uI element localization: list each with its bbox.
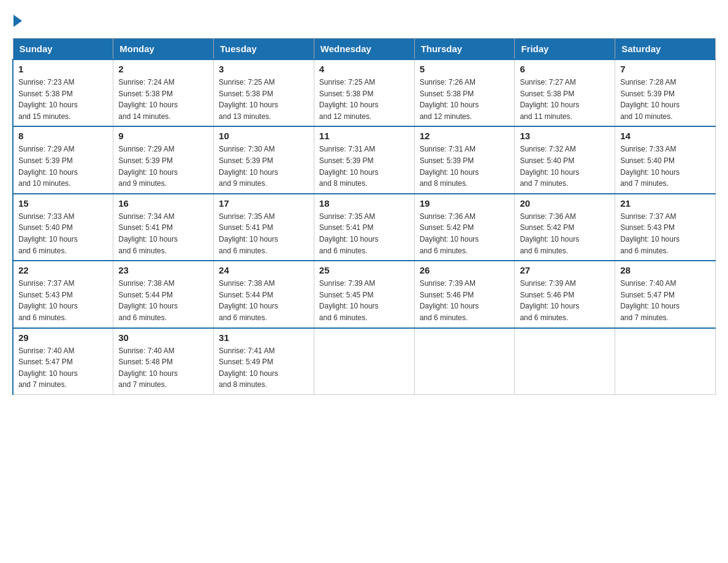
column-header-sunday: Sunday — [13, 39, 113, 60]
day-cell-8: 8Sunrise: 7:29 AMSunset: 5:39 PMDaylight… — [13, 126, 113, 193]
column-header-monday: Monday — [113, 39, 214, 60]
day-info: Sunrise: 7:40 AMSunset: 5:47 PMDaylight:… — [620, 278, 710, 323]
column-header-saturday: Saturday — [615, 39, 716, 60]
day-info: Sunrise: 7:39 AMSunset: 5:45 PMDaylight:… — [319, 278, 409, 323]
day-info: Sunrise: 7:40 AMSunset: 5:47 PMDaylight:… — [18, 345, 108, 391]
column-header-thursday: Thursday — [414, 39, 515, 60]
day-cell-29: 29Sunrise: 7:40 AMSunset: 5:47 PMDayligh… — [13, 328, 113, 395]
day-number: 21 — [620, 198, 710, 209]
day-number: 11 — [319, 131, 409, 141]
day-number: 25 — [319, 265, 409, 275]
day-cell-31: 31Sunrise: 7:41 AMSunset: 5:49 PMDayligh… — [214, 328, 314, 395]
day-number: 24 — [219, 265, 309, 275]
day-info: Sunrise: 7:33 AMSunset: 5:40 PMDaylight:… — [18, 211, 108, 256]
day-cell-22: 22Sunrise: 7:37 AMSunset: 5:43 PMDayligh… — [13, 261, 113, 327]
day-info: Sunrise: 7:36 AMSunset: 5:42 PMDaylight:… — [520, 211, 610, 256]
page-header — [12, 12, 716, 27]
day-info: Sunrise: 7:25 AMSunset: 5:38 PMDaylight:… — [219, 77, 309, 122]
day-info: Sunrise: 7:31 AMSunset: 5:39 PMDaylight:… — [420, 144, 510, 189]
day-number: 2 — [118, 64, 208, 74]
column-header-tuesday: Tuesday — [214, 39, 314, 60]
day-info: Sunrise: 7:28 AMSunset: 5:39 PMDaylight:… — [620, 77, 710, 122]
day-info: Sunrise: 7:39 AMSunset: 5:46 PMDaylight:… — [520, 278, 610, 323]
day-info: Sunrise: 7:24 AMSunset: 5:38 PMDaylight:… — [118, 77, 208, 122]
day-info: Sunrise: 7:37 AMSunset: 5:43 PMDaylight:… — [620, 211, 710, 256]
day-info: Sunrise: 7:27 AMSunset: 5:38 PMDaylight:… — [520, 77, 610, 122]
day-number: 23 — [118, 265, 208, 275]
day-cell-28: 28Sunrise: 7:40 AMSunset: 5:47 PMDayligh… — [615, 261, 716, 327]
week-row-5: 29Sunrise: 7:40 AMSunset: 5:47 PMDayligh… — [13, 328, 716, 395]
day-number: 6 — [520, 64, 610, 74]
week-row-3: 15Sunrise: 7:33 AMSunset: 5:40 PMDayligh… — [13, 194, 716, 261]
day-number: 14 — [620, 131, 710, 141]
week-row-1: 1Sunrise: 7:23 AMSunset: 5:38 PMDaylight… — [13, 59, 716, 126]
day-number: 22 — [18, 265, 108, 275]
day-number: 9 — [118, 131, 208, 141]
day-info: Sunrise: 7:32 AMSunset: 5:40 PMDaylight:… — [520, 144, 610, 189]
day-number: 19 — [420, 198, 510, 209]
day-info: Sunrise: 7:38 AMSunset: 5:44 PMDaylight:… — [219, 278, 309, 323]
logo-arrow-icon — [13, 15, 22, 27]
day-info: Sunrise: 7:25 AMSunset: 5:38 PMDaylight:… — [319, 77, 409, 122]
day-cell-20: 20Sunrise: 7:36 AMSunset: 5:42 PMDayligh… — [515, 194, 615, 261]
day-cell-24: 24Sunrise: 7:38 AMSunset: 5:44 PMDayligh… — [214, 261, 314, 327]
column-header-friday: Friday — [515, 39, 615, 60]
day-info: Sunrise: 7:35 AMSunset: 5:41 PMDaylight:… — [219, 211, 309, 256]
day-cell-23: 23Sunrise: 7:38 AMSunset: 5:44 PMDayligh… — [113, 261, 214, 327]
day-info: Sunrise: 7:30 AMSunset: 5:39 PMDaylight:… — [219, 144, 309, 189]
day-cell-25: 25Sunrise: 7:39 AMSunset: 5:45 PMDayligh… — [314, 261, 414, 327]
day-cell-11: 11Sunrise: 7:31 AMSunset: 5:39 PMDayligh… — [314, 126, 414, 193]
day-number: 8 — [18, 131, 108, 141]
empty-cell — [314, 328, 414, 395]
logo — [12, 12, 22, 27]
day-info: Sunrise: 7:23 AMSunset: 5:38 PMDaylight:… — [18, 77, 108, 122]
week-row-4: 22Sunrise: 7:37 AMSunset: 5:43 PMDayligh… — [13, 261, 716, 327]
day-info: Sunrise: 7:39 AMSunset: 5:46 PMDaylight:… — [420, 278, 510, 323]
day-cell-9: 9Sunrise: 7:29 AMSunset: 5:39 PMDaylight… — [113, 126, 214, 193]
day-number: 31 — [219, 332, 309, 343]
day-cell-21: 21Sunrise: 7:37 AMSunset: 5:43 PMDayligh… — [615, 194, 716, 261]
day-number: 12 — [420, 131, 510, 141]
day-info: Sunrise: 7:34 AMSunset: 5:41 PMDaylight:… — [118, 211, 208, 256]
day-number: 15 — [18, 198, 108, 209]
empty-cell — [414, 328, 515, 395]
day-number: 20 — [520, 198, 610, 209]
day-number: 3 — [219, 64, 309, 74]
week-row-2: 8Sunrise: 7:29 AMSunset: 5:39 PMDaylight… — [13, 126, 716, 193]
day-number: 26 — [420, 265, 510, 275]
day-cell-15: 15Sunrise: 7:33 AMSunset: 5:40 PMDayligh… — [13, 194, 113, 261]
calendar-header-row: SundayMondayTuesdayWednesdayThursdayFrid… — [13, 39, 716, 60]
day-info: Sunrise: 7:38 AMSunset: 5:44 PMDaylight:… — [118, 278, 208, 323]
day-number: 10 — [219, 131, 309, 141]
day-cell-1: 1Sunrise: 7:23 AMSunset: 5:38 PMDaylight… — [13, 59, 113, 126]
day-number: 16 — [118, 198, 208, 209]
day-cell-19: 19Sunrise: 7:36 AMSunset: 5:42 PMDayligh… — [414, 194, 515, 261]
day-info: Sunrise: 7:33 AMSunset: 5:40 PMDaylight:… — [620, 144, 710, 189]
day-number: 30 — [118, 332, 208, 343]
day-cell-16: 16Sunrise: 7:34 AMSunset: 5:41 PMDayligh… — [113, 194, 214, 261]
day-number: 18 — [319, 198, 409, 209]
day-number: 29 — [18, 332, 108, 343]
day-number: 4 — [319, 64, 409, 74]
day-cell-14: 14Sunrise: 7:33 AMSunset: 5:40 PMDayligh… — [615, 126, 716, 193]
day-cell-5: 5Sunrise: 7:26 AMSunset: 5:38 PMDaylight… — [414, 59, 515, 126]
day-number: 1 — [18, 64, 108, 74]
day-cell-4: 4Sunrise: 7:25 AMSunset: 5:38 PMDaylight… — [314, 59, 414, 126]
day-cell-26: 26Sunrise: 7:39 AMSunset: 5:46 PMDayligh… — [414, 261, 515, 327]
day-info: Sunrise: 7:35 AMSunset: 5:41 PMDaylight:… — [319, 211, 409, 256]
day-cell-27: 27Sunrise: 7:39 AMSunset: 5:46 PMDayligh… — [515, 261, 615, 327]
day-info: Sunrise: 7:37 AMSunset: 5:43 PMDaylight:… — [18, 278, 108, 323]
day-info: Sunrise: 7:36 AMSunset: 5:42 PMDaylight:… — [420, 211, 510, 256]
day-cell-10: 10Sunrise: 7:30 AMSunset: 5:39 PMDayligh… — [214, 126, 314, 193]
day-cell-2: 2Sunrise: 7:24 AMSunset: 5:38 PMDaylight… — [113, 59, 214, 126]
day-info: Sunrise: 7:40 AMSunset: 5:48 PMDaylight:… — [118, 345, 208, 391]
day-number: 27 — [520, 265, 610, 275]
day-cell-18: 18Sunrise: 7:35 AMSunset: 5:41 PMDayligh… — [314, 194, 414, 261]
day-info: Sunrise: 7:29 AMSunset: 5:39 PMDaylight:… — [118, 144, 208, 189]
day-number: 5 — [420, 64, 510, 74]
day-cell-7: 7Sunrise: 7:28 AMSunset: 5:39 PMDaylight… — [615, 59, 716, 126]
day-cell-30: 30Sunrise: 7:40 AMSunset: 5:48 PMDayligh… — [113, 328, 214, 395]
day-info: Sunrise: 7:31 AMSunset: 5:39 PMDaylight:… — [319, 144, 409, 189]
column-header-wednesday: Wednesday — [314, 39, 414, 60]
empty-cell — [615, 328, 716, 395]
